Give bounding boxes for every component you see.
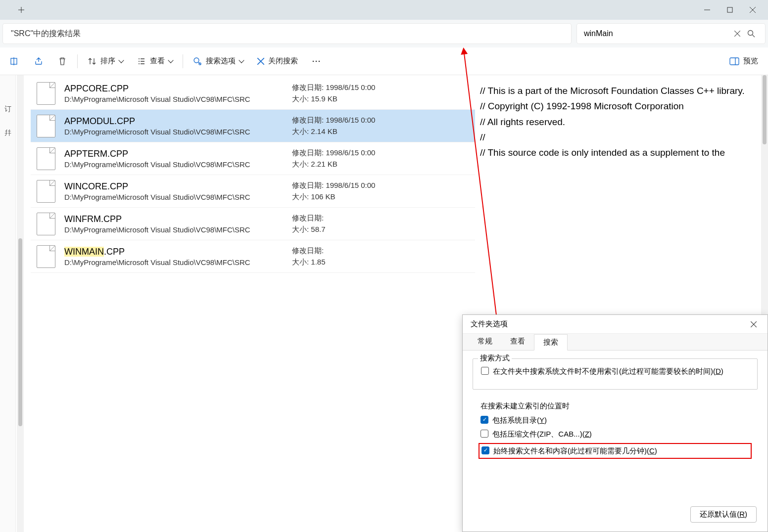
restore-defaults-button[interactable]: 还原默认值(R)	[690, 506, 757, 523]
svg-point-3	[194, 58, 199, 63]
tab-general[interactable]: 常规	[469, 334, 501, 350]
chevron-down-icon	[118, 57, 124, 63]
preview-line: // This source code is only intended as …	[480, 145, 760, 160]
file-name: WINFRM.CPP	[64, 214, 292, 224]
file-icon	[37, 213, 55, 235]
results-list: APPCORE.CPPD:\MyPrograme\Microsoft Visua…	[16, 75, 475, 532]
sidebar-strip: 订 幷	[0, 75, 16, 532]
preview-line: // Copyright (C) 1992-1998 Microsoft Cor…	[480, 98, 760, 114]
new-tab-button[interactable]	[10, 0, 33, 20]
share-icon	[34, 56, 44, 66]
result-row[interactable]: WINCORE.CPPD:\MyPrograme\Microsoft Visua…	[31, 175, 475, 208]
result-row[interactable]: APPCORE.CPPD:\MyPrograme\Microsoft Visua…	[31, 77, 475, 110]
result-row[interactable]: WINMAIN.CPPD:\MyPrograme\Microsoft Visua…	[31, 240, 475, 273]
checkbox-row-always-search-content[interactable]: ✓ 始终搜索文件名和内容(此过程可能需要几分钟)(C)	[481, 445, 749, 457]
svg-rect-8	[730, 58, 739, 65]
result-row[interactable]: APPMODUL.CPPD:\MyPrograme\Microsoft Visu…	[31, 110, 475, 142]
rename-button[interactable]	[4, 52, 26, 71]
address-text: "SRC"中的搜索结果	[11, 29, 81, 39]
minimize-button[interactable]	[696, 0, 719, 20]
checkbox-unchecked[interactable]	[480, 430, 488, 438]
file-meta: 修改日期: 1998/6/15 0:00大小: 2.14 KB	[292, 115, 375, 137]
close-icon	[257, 58, 264, 65]
tab-search[interactable]: 搜索	[534, 334, 568, 351]
sidebar-glyph: 订	[4, 105, 11, 114]
checkbox-label: 在文件夹中搜索系统文件时不使用索引(此过程可能需要较长的时间)(D)	[493, 366, 723, 377]
search-clear-button[interactable]	[730, 31, 744, 37]
titlebar	[0, 0, 768, 20]
file-meta: 修改日期: 1998/6/15 0:00大小: 2.21 KB	[292, 147, 375, 170]
delete-button[interactable]	[51, 52, 73, 71]
result-row[interactable]: WINFRM.CPPD:\MyPrograme\Microsoft Visual…	[31, 208, 475, 240]
file-path: D:\MyPrograme\Microsoft Visual Studio\VC…	[64, 95, 292, 103]
checkbox-checked[interactable]: ✓	[480, 416, 488, 424]
svg-point-1	[748, 31, 753, 36]
file-icon	[37, 115, 55, 137]
separator	[183, 54, 183, 68]
result-row[interactable]: APPTERM.CPPD:\MyPrograme\Microsoft Visua…	[31, 142, 475, 175]
checkbox-row-no-index[interactable]: 在文件夹中搜索系统文件时不使用索引(此过程可能需要较长的时间)(D)	[481, 366, 749, 377]
separator	[77, 54, 78, 68]
svg-point-5	[313, 60, 314, 62]
file-meta: 修改日期: 1998/6/15 0:00大小: 106 KB	[292, 180, 375, 202]
group-search-mode: 搜索方式 在文件夹中搜索系统文件时不使用索引(此过程可能需要较长的时间)(D)	[473, 358, 758, 390]
file-main: APPCORE.CPPD:\MyPrograme\Microsoft Visua…	[64, 84, 292, 103]
tab-view[interactable]: 查看	[501, 334, 534, 350]
chevron-down-icon	[239, 57, 244, 63]
dialog-titlebar: 文件夹选项	[463, 315, 768, 334]
group-title: 在搜索未建立索引的位置时	[480, 401, 750, 411]
file-main: APPMODUL.CPPD:\MyPrograme\Microsoft Visu…	[64, 116, 292, 136]
search-icon[interactable]	[744, 30, 758, 38]
view-icon	[137, 57, 146, 66]
preview-button[interactable]: 预览	[723, 52, 764, 71]
svg-rect-0	[727, 7, 732, 12]
more-button[interactable]	[306, 52, 327, 71]
file-main: APPTERM.CPPD:\MyPrograme\Microsoft Visua…	[64, 149, 292, 169]
highlighted-option: ✓ 始终搜索文件名和内容(此过程可能需要几分钟)(C)	[479, 443, 752, 459]
close-search-button[interactable]: 关闭搜索	[251, 52, 304, 71]
close-search-label: 关闭搜索	[268, 56, 298, 66]
checkbox-checked[interactable]: ✓	[481, 446, 489, 454]
checkbox-label: 包括系统目录(Y)	[492, 415, 547, 426]
chevron-down-icon	[168, 57, 173, 63]
search-box[interactable]	[577, 24, 765, 44]
toolbar: 排序 查看 搜索选项 关闭搜索 预览	[0, 47, 768, 75]
dialog-body: 搜索方式 在文件夹中搜索系统文件时不使用索引(此过程可能需要较长的时间)(D) …	[463, 351, 768, 486]
file-icon	[37, 180, 55, 203]
search-input[interactable]	[584, 29, 730, 38]
group-title: 搜索方式	[478, 354, 512, 363]
view-button[interactable]: 查看	[131, 52, 179, 71]
search-options-button[interactable]: 搜索选项	[187, 52, 249, 71]
file-icon	[37, 82, 55, 105]
sort-button[interactable]: 排序	[82, 52, 129, 71]
dialog-tabs: 常规 查看 搜索	[463, 334, 768, 351]
preview-label: 预览	[743, 56, 758, 66]
trash-icon	[57, 56, 67, 66]
file-name: WINCORE.CPP	[64, 181, 292, 192]
address-box[interactable]: "SRC"中的搜索结果	[3, 24, 571, 44]
view-label: 查看	[150, 56, 165, 66]
file-path: D:\MyPrograme\Microsoft Visual Studio\VC…	[64, 160, 292, 169]
file-icon	[37, 147, 55, 170]
file-main: WINMAIN.CPPD:\MyPrograme\Microsoft Visua…	[64, 247, 292, 266]
share-button[interactable]	[28, 52, 49, 71]
file-name: APPCORE.CPP	[64, 84, 292, 94]
file-path: D:\MyPrograme\Microsoft Visual Studio\VC…	[64, 193, 292, 201]
dialog-close-button[interactable]	[746, 317, 762, 331]
addressbar-row: "SRC"中的搜索结果	[0, 20, 768, 47]
checkbox-unchecked[interactable]	[481, 367, 489, 375]
file-name: APPTERM.CPP	[64, 149, 292, 159]
folder-options-dialog: 文件夹选项 常规 查看 搜索 搜索方式 在文件夹中搜索系统文件时不使用索引(此过…	[462, 314, 768, 532]
checkbox-row-compressed[interactable]: 包括压缩文件(ZIP、CAB...)(Z)	[480, 429, 750, 440]
svg-point-7	[319, 60, 320, 62]
search-options-label: 搜索选项	[206, 56, 236, 66]
file-meta: 修改日期: 大小: 1.85	[292, 245, 326, 267]
maximize-button[interactable]	[719, 0, 741, 20]
sort-icon	[88, 57, 96, 66]
sort-label: 排序	[100, 56, 115, 66]
checkbox-row-system-dirs[interactable]: ✓ 包括系统目录(Y)	[480, 415, 750, 426]
checkbox-label: 始终搜索文件名和内容(此过程可能需要几分钟)(C)	[493, 445, 657, 457]
file-name: APPMODUL.CPP	[64, 116, 292, 127]
close-button[interactable]	[741, 0, 764, 20]
file-icon	[37, 245, 55, 268]
